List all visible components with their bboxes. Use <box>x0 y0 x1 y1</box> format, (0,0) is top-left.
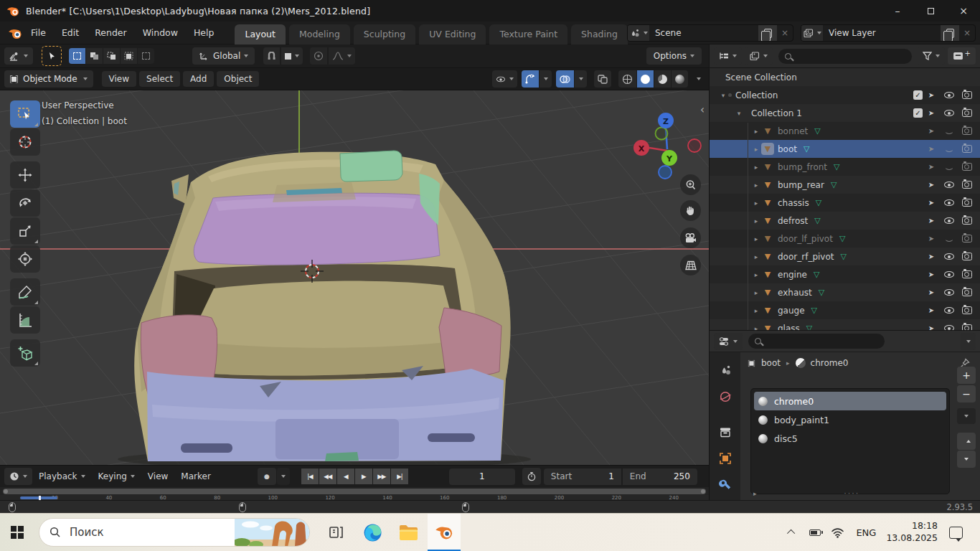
expand-icon[interactable]: ▸ <box>751 235 761 242</box>
scene-icon[interactable] <box>628 24 649 42</box>
select-mode-subtract[interactable] <box>103 48 120 64</box>
blender-taskbar-button[interactable] <box>428 514 461 551</box>
add-cube-tool[interactable] <box>10 339 40 367</box>
render-visibility-toggle[interactable] <box>958 163 976 171</box>
start-button[interactable] <box>0 514 34 551</box>
transport-button[interactable]: ◀◀ <box>319 468 336 484</box>
scene-collection-row[interactable]: Scene Collection <box>710 68 980 86</box>
render-visibility-toggle[interactable] <box>958 288 976 296</box>
sidebar-collapse-icon[interactable]: ‹ <box>700 103 705 116</box>
expand-icon[interactable]: ▸ <box>751 325 761 331</box>
outliner-item-row[interactable]: ▸ ▼ gauge ▽ ➤ <box>710 301 980 319</box>
collection-checkbox[interactable]: ✓ <box>913 108 923 118</box>
viewport-menu-view[interactable]: View <box>102 71 136 87</box>
outliner-item-label[interactable]: bump_rear <box>778 180 824 190</box>
visibility-toggle[interactable] <box>940 199 958 206</box>
transport-button[interactable]: ▶▶ <box>373 468 390 484</box>
view-layer-name[interactable]: View Layer <box>823 28 941 38</box>
menu-window[interactable]: Window <box>135 24 186 41</box>
outliner-item-row[interactable]: ▸ ▼ door_lf_pivot ▽ ➤ <box>710 230 980 248</box>
options-dropdown[interactable]: Options <box>646 47 702 65</box>
measure-tool[interactable] <box>10 306 40 334</box>
menu-edit[interactable]: Edit <box>54 24 87 41</box>
active-tool-indicator[interactable] <box>42 46 62 66</box>
selectability-icon[interactable]: ➤ <box>923 270 940 278</box>
outliner-item-row[interactable]: ▸ ▼ bump_front ▽ ➤ <box>710 158 980 176</box>
close-button[interactable]: × <box>947 0 980 22</box>
world-properties-tab[interactable] <box>712 385 738 409</box>
remove-material-slot-button[interactable]: − <box>957 385 976 402</box>
outliner-item-label[interactable]: exhaust <box>778 288 812 298</box>
expand-icon[interactable]: ▸ <box>751 253 761 260</box>
add-material-slot-button[interactable]: + <box>957 367 976 384</box>
properties-editor-type-button[interactable] <box>714 333 743 350</box>
outliner-item-row[interactable]: ▸ ▼ chassis ▽ ➤ <box>710 194 980 212</box>
viewport-menu-object[interactable]: Object <box>217 71 259 87</box>
breadcrumb-material[interactable]: chrome0 <box>811 358 849 368</box>
selectability-icon[interactable]: ➤ <box>923 217 940 225</box>
proportional-falloff-dropdown[interactable] <box>329 47 355 65</box>
render-visibility-toggle[interactable] <box>958 181 976 189</box>
outliner-item-label[interactable]: engine <box>778 270 807 280</box>
tab-uv-editing[interactable]: UV Editing <box>419 24 486 44</box>
collection-properties-tab[interactable] <box>712 420 738 444</box>
outliner-item-label[interactable]: gauge <box>778 306 805 316</box>
render-visibility-toggle[interactable] <box>958 109 976 117</box>
collection-checkbox[interactable]: ✓ <box>913 90 923 100</box>
timeline-view-menu[interactable]: View <box>141 468 174 484</box>
collapse-icon[interactable]: ▾ <box>718 92 728 99</box>
visibility-toggle[interactable] <box>940 92 958 98</box>
outliner-item-label[interactable]: chassis <box>778 198 809 208</box>
stopwatch-icon[interactable] <box>522 468 541 485</box>
modifiers-properties-tab[interactable] <box>712 473 738 497</box>
selectability-icon[interactable]: ➤ <box>923 181 940 189</box>
scene-selector[interactable]: Scene × <box>627 24 793 42</box>
blender-menu-logo-icon[interactable] <box>7 27 23 39</box>
collection1-label[interactable]: Collection 1 <box>751 108 802 118</box>
timeline-range-indicator[interactable] <box>20 496 57 499</box>
auto-keying-toggle[interactable]: ● <box>258 468 276 485</box>
outliner-item-row[interactable]: ▸ ▼ glass ▽ ➤ <box>710 319 980 330</box>
shading-material-button[interactable] <box>654 70 671 88</box>
properties-options-dropdown[interactable] <box>961 333 976 350</box>
shading-wireframe-button[interactable] <box>618 70 636 88</box>
wifi-icon[interactable] <box>831 527 844 538</box>
proportional-edit-toggle[interactable] <box>310 47 327 65</box>
notification-center-button[interactable] <box>949 527 963 539</box>
expand-icon[interactable]: ▸ <box>751 128 761 135</box>
render-visibility-toggle[interactable] <box>958 145 976 153</box>
language-indicator[interactable]: ENG <box>856 527 876 538</box>
select-mode-extend[interactable] <box>86 48 103 64</box>
render-visibility-toggle[interactable] <box>958 217 976 225</box>
unlink-scene-button[interactable]: × <box>777 24 793 42</box>
rotate-tool[interactable] <box>10 189 40 217</box>
outliner-search-input[interactable] <box>778 49 912 64</box>
select-mode-intersect[interactable] <box>138 48 154 64</box>
expand-icon[interactable]: ▸ <box>751 307 761 314</box>
render-visibility-toggle[interactable] <box>958 270 976 278</box>
material-specials-dropdown[interactable] <box>957 408 976 424</box>
visibility-toggle[interactable] <box>940 182 958 188</box>
resize-grip-icon[interactable]: ···· <box>844 489 859 498</box>
current-frame-field[interactable]: 1 <box>449 468 515 485</box>
snap-target-dropdown[interactable] <box>281 47 303 65</box>
outliner-item-label[interactable]: glass <box>778 324 800 331</box>
visibility-toggle[interactable] <box>940 146 958 152</box>
visibility-toggle[interactable] <box>940 217 958 224</box>
outliner-item-row[interactable]: ▸ ▼ door_rf_pivot ▽ ➤ <box>710 248 980 265</box>
new-scene-button[interactable] <box>758 24 777 42</box>
tab-layout[interactable]: Layout <box>235 24 286 44</box>
transform-orientation-dropdown[interactable]: Global <box>192 47 255 65</box>
expand-icon[interactable]: ▸ <box>751 289 761 296</box>
annotate-tool[interactable] <box>10 278 40 306</box>
xray-toggle[interactable] <box>594 70 611 88</box>
move-slot-up-button[interactable] <box>957 433 976 450</box>
start-frame-field[interactable]: Start1 <box>544 468 621 485</box>
selectability-icon[interactable]: ➤ <box>923 253 940 260</box>
render-visibility-toggle[interactable] <box>958 91 976 99</box>
collection1-row[interactable]: ▾ Collection 1 ✓ ➤ <box>710 104 980 122</box>
selectability-icon[interactable]: ➤ <box>923 163 940 171</box>
render-visibility-toggle[interactable] <box>958 235 976 242</box>
render-visibility-toggle[interactable] <box>958 253 976 260</box>
tab-texture-paint[interactable]: Texture Paint <box>489 24 567 44</box>
